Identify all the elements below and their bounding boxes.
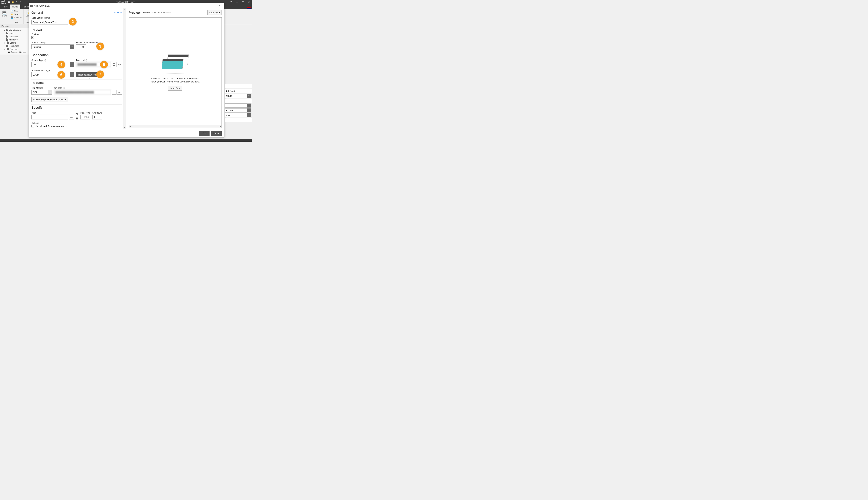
- define-headers-button[interactable]: Define Request Headers or Body: [32, 97, 68, 102]
- tree-item-resources[interactable]: Resources: [0, 44, 28, 48]
- help-icon[interactable]: ?: [228, 1, 234, 3]
- section-connection: Connection: [32, 53, 126, 57]
- tree-item-screens[interactable]: ◢Screens: [0, 48, 28, 51]
- info-icon[interactable]: [85, 59, 87, 61]
- chevron-down-icon: ▼: [70, 72, 74, 77]
- prop-ault-select[interactable]: ault▼: [225, 113, 251, 117]
- folder-icon: [6, 39, 8, 41]
- open-button[interactable]: 📂Open: [10, 13, 22, 16]
- load-data-top-button[interactable]: Load Data: [207, 10, 222, 15]
- enabled-checkbox[interactable]: [32, 36, 34, 39]
- tab-file[interactable]: File: [2, 4, 10, 9]
- http-method-select[interactable]: GET▼: [32, 90, 52, 95]
- skiprows-input[interactable]: [92, 115, 102, 120]
- info-icon[interactable]: [44, 59, 46, 61]
- folder-icon: [7, 42, 9, 44]
- maximize-icon[interactable]: ▢: [240, 1, 246, 3]
- fullpath-checkbox[interactable]: [32, 125, 34, 127]
- app-title: Peakboard Designer: [22, 1, 228, 3]
- info-icon[interactable]: [63, 87, 65, 89]
- save-button[interactable]: 💾 Save: [1, 10, 8, 18]
- auth-type-select[interactable]: OAuth▼: [32, 72, 74, 77]
- maxrows-label: Max. rows: [80, 112, 90, 114]
- all-label: All: [76, 113, 78, 115]
- minimize-icon[interactable]: —: [234, 1, 240, 3]
- undo-icon[interactable]: ↶: [15, 1, 18, 4]
- load-data-center-button[interactable]: Load Data: [168, 86, 182, 91]
- reload-state-label: Reload state: [32, 42, 74, 44]
- folder-icon: [6, 45, 8, 47]
- get-help-link[interactable]: Get Help: [113, 11, 122, 14]
- section-reload: Reload: [32, 29, 126, 32]
- source-type-select[interactable]: URL▼: [32, 62, 74, 67]
- code-baseurl-button[interactable]: [117, 62, 122, 67]
- saveas-button[interactable]: 💾Save As: [10, 16, 22, 19]
- prop-input-4[interactable]: [225, 118, 252, 122]
- tree-item-scripts[interactable]: ▷Scripts: [0, 41, 28, 44]
- url-path-input[interactable]: [54, 90, 111, 95]
- open-quick-icon[interactable]: 📂: [11, 1, 14, 4]
- chevron-down-icon: ▼: [247, 113, 251, 117]
- prop-white-select[interactable]: White▼: [225, 94, 251, 98]
- path-browse-button[interactable]: [69, 115, 74, 120]
- chevron-down-icon: ▼: [70, 45, 74, 49]
- scroll-down-icon[interactable]: ▼: [123, 126, 126, 129]
- ok-button[interactable]: OK: [199, 131, 209, 136]
- preview-hscrollbar[interactable]: ◀▶: [129, 125, 221, 128]
- delete-urlpath-button[interactable]: [112, 90, 116, 95]
- reload-interval-label: Reload Interval (in sec): [76, 42, 99, 44]
- language-flag-icon[interactable]: [247, 7, 251, 9]
- modal-minimize-icon[interactable]: —: [203, 4, 209, 7]
- redo-icon[interactable]: ↷: [19, 1, 22, 4]
- code-urlpath-button[interactable]: [117, 90, 122, 95]
- modal-titlebar: Add JSON data — ▢ ✕: [29, 3, 224, 8]
- chevron-down-icon: ▼: [70, 62, 74, 67]
- prop-defined-input[interactable]: [225, 89, 252, 93]
- all-checkbox[interactable]: [76, 117, 78, 120]
- add-json-modal: Add JSON data — ▢ ✕ General Get Help Dat…: [29, 3, 224, 138]
- cursor-icon: ⌖: [89, 77, 90, 80]
- preview-title: Preview: [129, 11, 140, 14]
- save-quick-icon[interactable]: 💾: [7, 1, 10, 4]
- close-window-icon[interactable]: ✕: [246, 1, 252, 3]
- tree-item-dataflows[interactable]: Dataflows: [0, 35, 28, 38]
- new-icon: 📄: [11, 10, 13, 12]
- tree-root[interactable]: ◢Visualization: [0, 29, 28, 32]
- tree-item-data[interactable]: Data: [0, 32, 28, 35]
- modal-title-text: Add JSON data: [34, 4, 49, 7]
- path-input[interactable]: [32, 115, 68, 120]
- modal-close-icon[interactable]: ✕: [216, 4, 223, 7]
- prop-select-3[interactable]: ▼: [225, 103, 251, 107]
- explorer-title: Explorer: [0, 24, 28, 28]
- prop-input-2[interactable]: [225, 99, 252, 103]
- trash-icon: [113, 63, 115, 66]
- scroll-up-icon[interactable]: ▲: [123, 8, 126, 11]
- delete-baseurl-button[interactable]: [112, 62, 116, 67]
- tree-item-screen[interactable]: Screen (Screen: [0, 51, 28, 54]
- modal-footer: OK Cancel: [29, 129, 224, 137]
- prop-input-1[interactable]: [225, 84, 252, 88]
- new-button[interactable]: 📄New: [10, 10, 22, 13]
- chevron-down-icon: ▼: [48, 90, 52, 94]
- modal-maximize-icon[interactable]: ▢: [209, 4, 216, 7]
- preview-hint: Select the desired data source and defin…: [149, 77, 201, 83]
- modal-left-panel: General Get Help Data Source Name 2 Relo…: [29, 8, 126, 129]
- info-icon[interactable]: [44, 42, 46, 44]
- trash-icon: [113, 91, 115, 93]
- scroll-left-icon[interactable]: ◀: [129, 126, 131, 127]
- section-general: General: [32, 11, 43, 14]
- skiprows-label: Skip rows: [92, 112, 102, 114]
- datasource-name-input[interactable]: [32, 20, 68, 24]
- tab-home[interactable]: Home: [10, 4, 20, 9]
- statusbar: [0, 139, 252, 142]
- tree-item-variables[interactable]: Variables: [0, 38, 28, 41]
- prop-over-select[interactable]: le Over▼: [225, 108, 251, 113]
- scroll-right-icon[interactable]: ▶: [220, 126, 221, 127]
- reload-state-select[interactable]: Periodic▼: [32, 44, 74, 49]
- code-icon: [118, 91, 121, 93]
- reload-interval-input[interactable]: [76, 44, 86, 49]
- logo: peak board: [0, 0, 7, 4]
- cancel-button[interactable]: Cancel: [211, 131, 222, 136]
- maxrows-input[interactable]: [80, 115, 90, 120]
- left-scrollbar[interactable]: ▲ ▼: [123, 8, 126, 129]
